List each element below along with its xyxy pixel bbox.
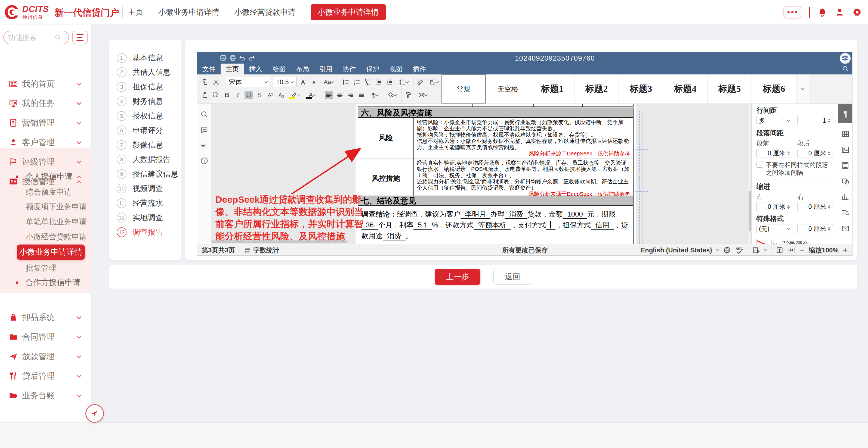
step-guarantee[interactable]: 3担保信息 (109, 81, 182, 92)
find-icon[interactable] (200, 110, 208, 118)
sidebar-item-my-tasks[interactable]: 我的任务 (0, 94, 92, 113)
style-heading4[interactable]: 标题4 (663, 74, 708, 104)
align-left-icon[interactable] (325, 91, 333, 99)
step-finance[interactable]: 4财务信息 (109, 96, 182, 107)
text-art-panel-icon[interactable]: Ta (840, 208, 850, 218)
user-icon[interactable] (835, 7, 845, 17)
sidebar-item-collateral[interactable]: 押品系统 (0, 308, 92, 327)
step-authorization[interactable]: 5授权信息 (109, 111, 182, 122)
table-panel-icon[interactable] (840, 129, 850, 139)
style-heading3[interactable]: 标题3 (619, 74, 663, 104)
sidebar-item-approval-mgmt[interactable]: 批复管理 (26, 263, 56, 273)
copy-icon[interactable] (201, 78, 209, 86)
stepper-arrows-icon[interactable] (787, 205, 790, 209)
special-format-select[interactable]: (无) (756, 224, 793, 233)
grow-font-icon[interactable] (299, 78, 307, 86)
paragraph-panel-icon[interactable]: ¶ (838, 104, 852, 123)
spacing-before-stepper[interactable]: 0 厘米 (756, 149, 793, 158)
mail-merge-panel-icon[interactable] (840, 223, 850, 234)
menu-collapse-button[interactable] (72, 31, 88, 44)
step-coborrower[interactable]: 2共借人信息 (109, 67, 182, 78)
style-heading2[interactable]: 标题2 (575, 74, 619, 104)
user-avatar[interactable]: 李 (840, 53, 850, 64)
line-spacing-stepper[interactable]: 1 (797, 116, 833, 125)
paragraph-marks-icon[interactable]: ¶ (368, 91, 382, 99)
sidebar-item-micro-loan-apply[interactable]: 小微经营贷款申请 (26, 232, 87, 242)
bold-icon[interactable]: B (223, 91, 231, 99)
stepper-arrows-icon[interactable] (828, 151, 831, 156)
sidebar-collapse-button[interactable] (85, 404, 104, 423)
search-input[interactable] (8, 33, 54, 42)
sidebar-item-single-batch[interactable]: 单笔单批业务申请 (26, 216, 87, 227)
tab-micro-loan-apply[interactable]: 小微经营贷款申请 (235, 7, 296, 18)
sidebar-item-marketing[interactable]: 营销管理 (0, 113, 92, 133)
scrollbar-thumb[interactable] (749, 191, 751, 232)
redo-icon[interactable] (248, 54, 255, 61)
info-icon[interactable] (200, 157, 208, 165)
step-business-flow[interactable]: 11经营流水 (109, 198, 182, 209)
menu-insert[interactable]: 插入 (244, 64, 268, 74)
select-icon[interactable] (212, 91, 220, 99)
menu-draw[interactable]: 绘图 (268, 64, 291, 74)
menu-view[interactable]: 视图 (384, 64, 408, 74)
cut-icon[interactable] (212, 78, 220, 86)
step-scoring[interactable]: 6申请评分 (109, 125, 182, 136)
more-badge-icon[interactable] (783, 6, 801, 19)
tab-micro-detail-active[interactable]: 小微业务申请详情 (311, 4, 386, 20)
stepper-arrows-icon[interactable] (828, 119, 831, 123)
underline-icon[interactable]: U (245, 91, 253, 99)
style-normal[interactable]: 常规 (441, 74, 486, 104)
zoom-in-button[interactable]: + (843, 246, 848, 255)
paste-icon[interactable] (201, 91, 209, 99)
return-button[interactable]: 返回 (493, 269, 532, 285)
sidebar-item-contract[interactable]: 合同管理 (0, 327, 92, 347)
sidebar-item-comprehensive-quota[interactable]: 综合额度申请 (26, 187, 71, 197)
style-heading5[interactable]: 标题5 (708, 74, 752, 104)
comments-icon[interactable] (200, 126, 208, 134)
line-spacing-icon[interactable] (396, 78, 410, 86)
step-basic-info[interactable]: 1基本信息 (109, 53, 182, 63)
same-style-spacing-option[interactable]: 不要在相同样式的段落之间添加间隔 (756, 161, 833, 176)
stepper-arrows-icon[interactable] (787, 151, 790, 156)
shrink-font-icon[interactable] (310, 78, 318, 86)
sidebar-item-disbursement[interactable]: 放款管理 (0, 347, 92, 366)
multilevel-list-icon[interactable] (364, 78, 372, 86)
step-bigdata-report[interactable]: 8大数据报告 (109, 154, 182, 165)
fit-width-icon[interactable] (788, 246, 795, 254)
sidebar-item-micro-detail-active[interactable]: 小微业务申请详情 (17, 244, 85, 260)
sidebar-group-partner-credit[interactable]: 合作方授信申请 (0, 274, 92, 291)
step-survey-report-active[interactable]: 13调查报告 (109, 227, 182, 238)
shading-icon[interactable] (427, 78, 441, 86)
gear-icon[interactable] (852, 7, 862, 17)
document-canvas[interactable]: 六、风险及风控措施 风险 经营风险：小微企业市场竞争力弱，易受行业波动（如政策变… (211, 104, 748, 244)
strikethrough-icon[interactable]: S (255, 91, 264, 99)
numbered-list-icon[interactable] (353, 78, 361, 86)
image-panel-icon[interactable] (840, 144, 850, 155)
menu-layout[interactable]: 布局 (291, 64, 314, 74)
tab-micro-detail[interactable]: 小微业务申请详情 (158, 7, 219, 18)
menu-protection[interactable]: 保护 (361, 64, 384, 74)
track-changes-icon[interactable] (752, 246, 760, 254)
spellcheck-icon[interactable]: ABC (735, 246, 743, 254)
header-footer-panel-icon[interactable] (840, 160, 850, 171)
change-case-icon[interactable]: Aa (321, 78, 336, 86)
chart-panel-icon[interactable] (840, 192, 850, 202)
sidebar-item-ledger[interactable]: 业务台账 (0, 386, 92, 405)
globe-icon[interactable] (723, 246, 731, 254)
tab-home[interactable]: 主页 (128, 7, 143, 18)
special-format-stepper[interactable]: 0 厘米 (797, 224, 833, 233)
language-selector[interactable]: English (United States) (641, 246, 712, 254)
editor-search-icon[interactable] (842, 65, 849, 72)
undo-icon[interactable] (239, 54, 246, 61)
style-heading1[interactable]: 标题1 (530, 74, 575, 104)
menu-collaboration[interactable]: 协作 (338, 64, 361, 74)
bullet-list-icon[interactable] (342, 78, 350, 86)
spacing-after-stepper[interactable]: 0 厘米 (797, 149, 833, 158)
style-no-spacing[interactable]: 无空格 (486, 74, 530, 104)
italic-icon[interactable]: I (234, 91, 242, 99)
mail-merge-icon[interactable] (415, 91, 430, 99)
stepper-arrows-icon[interactable] (828, 227, 831, 231)
print-icon[interactable] (229, 54, 237, 61)
indent-left-stepper[interactable]: 0 厘米 (756, 202, 793, 211)
step-field-survey[interactable]: 12实地调查 (109, 212, 182, 223)
